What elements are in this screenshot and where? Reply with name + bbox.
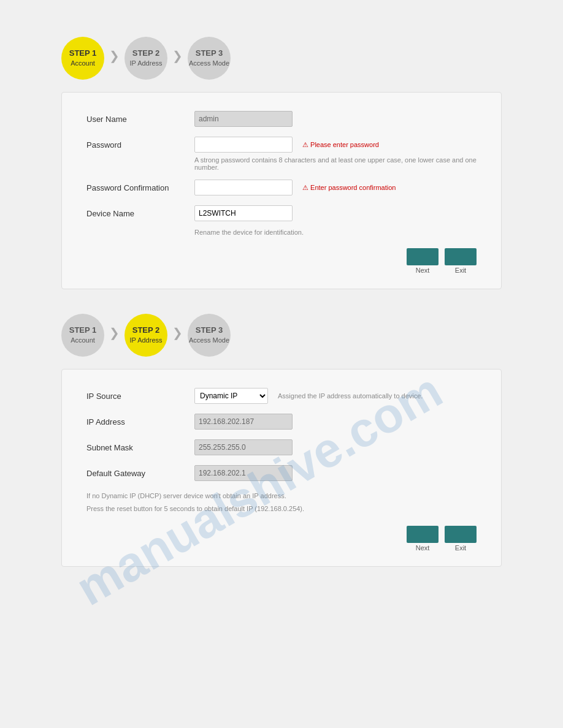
- step3-label: STEP 3: [196, 48, 223, 59]
- s2-step3-label: STEP 3: [196, 325, 223, 336]
- s2-step1-label: STEP 1: [69, 325, 97, 336]
- exit-btn-group-1: Exit: [445, 248, 477, 274]
- default-gateway-row: Default Gateway: [86, 465, 477, 481]
- s2-step2-sublabel: IP Address: [130, 336, 163, 344]
- steps-bar-1: STEP 1 Account ❯ STEP 2 IP Address ❯ STE…: [61, 37, 502, 80]
- ip-source-select[interactable]: Dynamic IP Static IP: [194, 388, 268, 404]
- s2-step3-sublabel: Access Mode: [189, 336, 229, 344]
- device-name-input[interactable]: [194, 205, 293, 221]
- section2-ip: STEP 1 Account ❯ STEP 2 IP Address ❯ STE…: [61, 314, 502, 567]
- step1-label: STEP 1: [69, 48, 97, 59]
- password-confirm-row: Password Confirmation ⚠ Enter password c…: [86, 180, 477, 195]
- section1-account: STEP 1 Account ❯ STEP 2 IP Address ❯ STE…: [61, 37, 502, 289]
- ip-address-input[interactable]: [194, 414, 293, 430]
- username-label: User Name: [86, 115, 185, 124]
- step2-arrow: ❯: [172, 48, 183, 63]
- exit-btn-group-2: Exit: [445, 526, 477, 552]
- next-label-2: Next: [416, 544, 430, 552]
- section2-buttons: Next Exit: [86, 526, 477, 552]
- ip-source-row: IP Source Dynamic IP Static IP Assigned …: [86, 388, 477, 404]
- password-label: Password: [86, 140, 185, 150]
- ip-source-label: IP Source: [86, 392, 185, 401]
- steps-bar-2: STEP 1 Account ❯ STEP 2 IP Address ❯ STE…: [61, 314, 502, 357]
- step2-sublabel: IP Address: [130, 59, 163, 67]
- step3-sublabel: Access Mode: [189, 59, 229, 67]
- password-confirm-error: ⚠ Enter password confirmation: [302, 184, 396, 192]
- device-name-label: Device Name: [86, 209, 185, 218]
- exit-label-2: Exit: [455, 544, 466, 552]
- password-row: Password ⚠ Please enter password: [86, 137, 477, 153]
- password-hint: A strong password contains 8 characters …: [194, 156, 477, 171]
- password-input[interactable]: [194, 137, 293, 153]
- step3-circle: STEP 3 Access Mode: [188, 37, 231, 80]
- s2-step1-sublabel: Account: [71, 336, 95, 344]
- ip-address-label: IP Address: [86, 417, 185, 427]
- username-input[interactable]: [194, 111, 293, 127]
- ip-form-card: IP Source Dynamic IP Static IP Assigned …: [61, 369, 502, 567]
- username-row: User Name: [86, 111, 477, 127]
- next-btn-group-1: Next: [407, 248, 439, 274]
- device-name-hint: Rename the device for identification.: [194, 229, 477, 236]
- default-gateway-label: Default Gateway: [86, 469, 185, 478]
- footer-note-1: If no Dynamic IP (DHCP) server device wo…: [86, 491, 477, 501]
- exit-label-1: Exit: [455, 267, 466, 274]
- default-gateway-input[interactable]: [194, 465, 293, 481]
- s2-step1-circle: STEP 1 Account: [61, 314, 104, 357]
- password-confirm-label: Password Confirmation: [86, 183, 185, 192]
- s2-step2-circle: STEP 2 IP Address: [124, 314, 167, 357]
- section1-buttons: Next Exit: [86, 248, 477, 274]
- step2-circle: STEP 2 IP Address: [124, 37, 167, 80]
- step1-circle: STEP 1 Account: [61, 37, 104, 80]
- password-confirm-input[interactable]: [194, 180, 293, 195]
- device-name-row: Device Name: [86, 205, 477, 221]
- account-form-card: User Name Password ⚠ Please enter passwo…: [61, 92, 502, 289]
- password-error: ⚠ Please enter password: [302, 141, 379, 149]
- next-button-2[interactable]: [407, 526, 439, 543]
- exit-button-2[interactable]: [445, 526, 477, 543]
- exit-button-1[interactable]: [445, 248, 477, 265]
- s2-step2-label: STEP 2: [132, 325, 160, 336]
- subnet-mask-label: Subnet Mask: [86, 443, 185, 452]
- s2-step3-circle: STEP 3 Access Mode: [188, 314, 231, 357]
- footer-note-2: Press the reset button for 5 seconds to …: [86, 504, 477, 514]
- step1-sublabel: Account: [71, 59, 95, 67]
- s2-step1-arrow: ❯: [109, 325, 120, 340]
- step1-arrow: ❯: [109, 48, 120, 63]
- ip-source-hint: Assigned the IP address automatically to…: [278, 392, 423, 400]
- step2-label: STEP 2: [132, 48, 160, 59]
- next-label-1: Next: [416, 267, 430, 274]
- ip-address-row: IP Address: [86, 414, 477, 430]
- subnet-mask-input[interactable]: [194, 439, 293, 455]
- subnet-mask-row: Subnet Mask: [86, 439, 477, 455]
- next-button-1[interactable]: [407, 248, 439, 265]
- next-btn-group-2: Next: [407, 526, 439, 552]
- s2-step2-arrow: ❯: [172, 325, 183, 340]
